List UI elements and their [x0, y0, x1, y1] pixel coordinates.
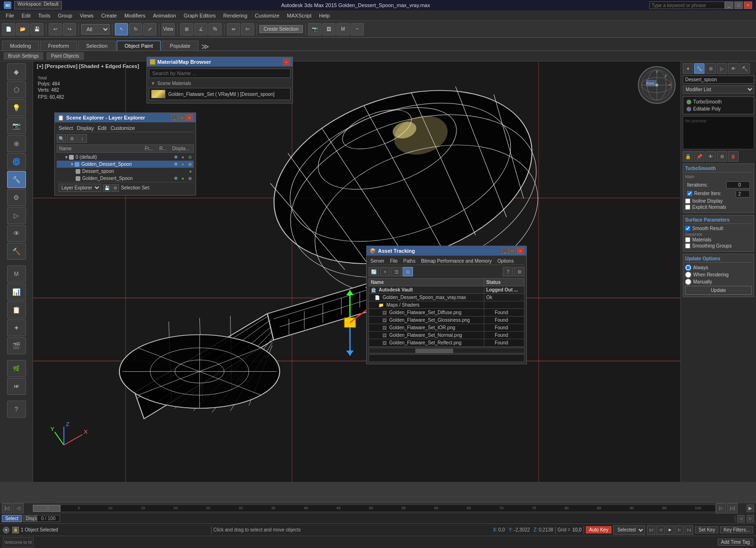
track-view-icon[interactable]: 📊: [7, 283, 26, 300]
display-panel-tab[interactable]: 👁: [728, 63, 739, 74]
search-input[interactable]: [649, 1, 725, 9]
at-help-btn[interactable]: ?: [503, 267, 513, 276]
diffuse-row[interactable]: 🖼 Golden_Flatware_Set_Diffuse.png Found: [369, 309, 524, 317]
asset-tracking-close-button[interactable]: ×: [517, 248, 524, 254]
add-time-tag-button[interactable]: Add Time Tag: [718, 539, 753, 546]
frame-step-right[interactable]: ▷: [747, 515, 754, 522]
se-filter-btn[interactable]: ⚙: [67, 134, 77, 143]
hierarchy-panel-tab[interactable]: ⚙: [705, 63, 716, 74]
grass-icon[interactable]: 🌿: [7, 360, 26, 377]
select-tab[interactable]: Select: [2, 515, 22, 522]
modify-panel-tab[interactable]: 🔧: [694, 63, 704, 74]
vault-row[interactable]: 🏦 Autodesk Vault Logged Out ...: [369, 286, 524, 294]
render-btn[interactable]: 🖼: [322, 23, 335, 35]
menu-views[interactable]: Views: [76, 12, 97, 19]
at-add-btn[interactable]: +: [380, 267, 390, 276]
create-light-icon[interactable]: 💡: [7, 99, 26, 116]
create-selection-button[interactable]: Create Selection: [259, 25, 303, 33]
snap-btn[interactable]: ⊞: [180, 23, 193, 35]
render-iters-checkbox[interactable]: [687, 191, 692, 196]
material-browser-close-button[interactable]: ×: [283, 59, 290, 65]
save-btn[interactable]: 💾: [30, 23, 43, 35]
play-button[interactable]: ▶: [747, 505, 754, 512]
maximize-button[interactable]: □: [734, 1, 743, 9]
ior-row[interactable]: 🖼 Golden_Flatware_Set_IOR.png Found: [369, 324, 524, 332]
motion-icon[interactable]: ▷: [7, 207, 26, 224]
new-btn[interactable]: 📄: [2, 23, 15, 35]
prev-frame-button[interactable]: ◁: [13, 503, 24, 514]
when-rendering-radio[interactable]: [685, 272, 691, 278]
paint-objects-button[interactable]: Paint Objects: [47, 52, 83, 60]
modifier-list-dropdown[interactable]: Modifier List: [683, 86, 754, 94]
smoothing-groups-checkbox[interactable]: [685, 243, 690, 248]
menu-modifiers[interactable]: Modifiers: [120, 12, 149, 19]
camera-btn[interactable]: 📷: [308, 23, 321, 35]
scene-row-dessert-spoon[interactable]: Dessert_spoon ●: [57, 168, 194, 175]
menu-graph-editors[interactable]: Graph Editors: [180, 12, 220, 19]
last-frame-btn[interactable]: ▷|: [685, 525, 693, 535]
isoline-display-checkbox[interactable]: [685, 198, 690, 204]
tab-selection[interactable]: Selection: [78, 41, 115, 51]
at-list-view-btn[interactable]: ☰: [391, 267, 402, 276]
select-scale-btn[interactable]: ⤢: [143, 23, 156, 35]
material-editor-btn[interactable]: M: [336, 23, 350, 35]
iterations-input[interactable]: [726, 181, 750, 188]
selection-filter[interactable]: All: [81, 24, 110, 34]
manually-radio[interactable]: [685, 279, 691, 285]
at-settings-btn[interactable]: ⚙: [514, 267, 524, 276]
at-detail-view-btn[interactable]: ⊞: [403, 267, 413, 276]
tab-object-paint[interactable]: Object Paint: [117, 41, 161, 51]
play-anim-btn[interactable]: ▶: [666, 525, 674, 535]
material-search-input[interactable]: [149, 68, 291, 78]
menu-create[interactable]: Create: [97, 12, 120, 19]
key-filters-button[interactable]: Key Filters...: [720, 526, 753, 533]
display-icon[interactable]: 👁: [7, 225, 26, 242]
prev-key-btn[interactable]: ◁: [656, 525, 665, 535]
materials-checkbox[interactable]: [685, 237, 690, 242]
material-item[interactable]: Golden_Flatware_Set ( VRayMtl ) [Dessert…: [149, 88, 291, 100]
lock-selection-btn[interactable]: 🔒: [683, 151, 693, 162]
close-button[interactable]: ×: [744, 1, 752, 9]
first-frame-btn[interactable]: |◁: [647, 525, 655, 535]
go-end-button[interactable]: ▷|: [727, 503, 738, 514]
modifier-editable-poly[interactable]: Editable Poly: [685, 105, 752, 112]
se-menu-customize[interactable]: Customize: [111, 125, 135, 131]
se-save-icon[interactable]: 💾: [103, 184, 111, 192]
hierarchy-icon[interactable]: ⚙: [7, 189, 26, 206]
create-panel-tab[interactable]: ✦: [683, 63, 693, 74]
mat-editor-icon[interactable]: M: [7, 265, 26, 283]
create-camera-icon[interactable]: 📷: [7, 117, 26, 134]
smooth-result-checkbox[interactable]: [685, 226, 690, 231]
se-menu-select[interactable]: Select: [59, 125, 73, 131]
se-config-icon[interactable]: ⚙: [112, 184, 119, 192]
scene-explorer-icon[interactable]: 📋: [7, 301, 26, 318]
helper-icon[interactable]: ⊕: [7, 135, 26, 152]
set-key-button[interactable]: Set Key: [695, 526, 718, 533]
brush-settings-button[interactable]: Brush Settings: [4, 52, 43, 60]
workspace-dropdown[interactable]: Workspace: Default: [14, 1, 62, 9]
remove-modifier-btn[interactable]: 🗑: [728, 151, 739, 162]
update-button[interactable]: Update: [685, 286, 752, 295]
scene-row-default-layer[interactable]: ▼ 0 (default) ❄ ● ⊕: [57, 154, 194, 161]
next-key-btn[interactable]: ▷: [675, 525, 684, 535]
menu-animation[interactable]: Animation: [149, 12, 180, 19]
se-menu-display[interactable]: Display: [77, 125, 94, 131]
material-browser-titlebar[interactable]: Material/Map Browser ×: [147, 57, 292, 67]
utilities-icon[interactable]: 🔨: [7, 243, 26, 260]
scene-explorer-maximize-button[interactable]: □: [179, 114, 185, 121]
select-rotate-btn[interactable]: ↻: [129, 23, 142, 35]
modifier-turbosmoooth[interactable]: TurboSmooth: [685, 98, 752, 105]
undo-btn[interactable]: ↩: [49, 23, 62, 35]
particle-view-icon[interactable]: ✦: [7, 319, 26, 336]
snap-angle-btn[interactable]: ∠: [194, 23, 207, 35]
select-move-btn[interactable]: ↖: [115, 23, 128, 35]
reflect-row[interactable]: 🖼 Golden_Flatware_Set_Reflect.png Found: [369, 339, 524, 347]
redo-btn[interactable]: ↪: [63, 23, 76, 35]
spacewarp-icon[interactable]: 🌀: [7, 153, 26, 170]
utilities-panel-tab[interactable]: 🔨: [739, 63, 750, 74]
minimize-button[interactable]: _: [725, 1, 733, 9]
curve-editor-btn[interactable]: ~: [351, 23, 364, 35]
max-file-row[interactable]: 📄 Golden_Dessert_Spoon_max_vray.max Ok: [369, 294, 524, 301]
at-refresh-btn[interactable]: 🔄: [369, 267, 379, 276]
pin-stack-btn[interactable]: 📌: [694, 151, 704, 162]
